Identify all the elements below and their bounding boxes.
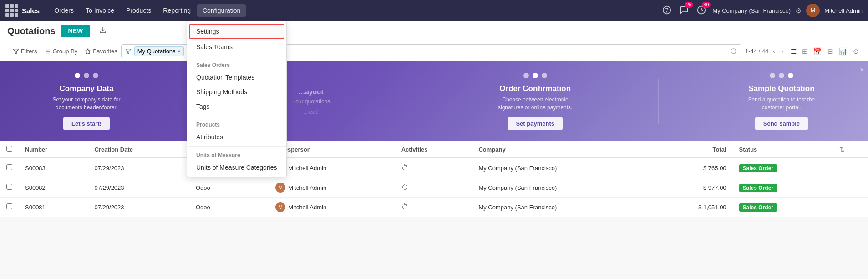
clock-icon[interactable]: 40	[695, 4, 708, 18]
dot-2b	[533, 73, 538, 78]
row-total-2: $ 1,051.00	[652, 198, 733, 217]
col-activities[interactable]: Activities	[395, 141, 472, 158]
pagination: 1-44 / 44 ‹ ›	[745, 47, 785, 56]
select-all-checkbox[interactable]	[6, 146, 12, 152]
activity-clock-icon-1[interactable]: ⏱	[401, 183, 409, 191]
subheader: Quotations NEW	[0, 21, 868, 41]
nav-orders[interactable]: Orders	[49, 4, 79, 17]
select-all-col	[0, 141, 19, 158]
list-view-button[interactable]: ☰	[789, 46, 798, 56]
dropdown-tags[interactable]: Tags	[187, 99, 286, 114]
view-icons: ☰ ⊞ 📅 ⊟ 📊 ⊙	[789, 46, 861, 56]
dropdown-quotation-templates[interactable]: Quotation Templates	[187, 70, 286, 85]
configuration-dropdown: Settings Sales Teams Sales Orders Quotat…	[187, 21, 287, 177]
grid-view-button[interactable]: ⊟	[826, 46, 835, 56]
page-title: Quotations	[7, 26, 56, 36]
row-checkbox-0[interactable]	[6, 164, 12, 170]
nav-configuration[interactable]: Configuration	[197, 4, 246, 17]
search-icon[interactable]	[730, 48, 737, 55]
hero-step-1-title: Company Data	[44, 84, 129, 93]
hero-step-3-button[interactable]: Send sample	[755, 117, 808, 130]
nav-products[interactable]: Products	[121, 4, 157, 17]
column-adjust-icon[interactable]: ⇅	[839, 146, 844, 153]
row-checkbox-cell	[0, 158, 19, 178]
hero-step-2-button[interactable]: Set payments	[508, 117, 563, 130]
row-status-2: Sales Order	[733, 198, 833, 217]
hero-step-3: Sample Quotation Send a quotation to tes…	[731, 72, 832, 130]
row-total-0: $ 765.00	[652, 158, 733, 178]
hero-step-layout: …ayout …our quotations. …eat!	[283, 88, 339, 115]
col-company[interactable]: Company	[472, 141, 652, 158]
calendar-view-button[interactable]: 📅	[812, 46, 824, 56]
divider-3	[187, 146, 286, 147]
row-date-2: 07/29/2023	[88, 198, 189, 217]
row-number-1: S00082	[19, 178, 88, 198]
apps-icon[interactable]	[5, 4, 18, 17]
download-button[interactable]	[96, 25, 110, 37]
col-salesperson[interactable]: Salesperson	[269, 141, 395, 158]
hero-divider-2	[412, 79, 412, 124]
hero-step-3-title: Sample Quotation	[739, 84, 824, 93]
row-checkbox-2[interactable]	[6, 203, 12, 209]
dot-2	[84, 73, 89, 78]
support-icon[interactable]	[660, 4, 673, 18]
hero-step-1: Company Data Set your company's data for…	[36, 72, 137, 130]
row-date-1: 07/29/2023	[88, 178, 189, 198]
col-total[interactable]: Total	[652, 141, 733, 158]
nav-toinvoice[interactable]: To Invoice	[80, 4, 120, 17]
row-company-0: My Company (San Francisco)	[472, 158, 652, 178]
hero-divider-3	[658, 79, 659, 124]
hero-step-1-button[interactable]: Let's start!	[63, 117, 110, 130]
row-activities-1: ⏱	[395, 178, 472, 198]
section-sales-orders: Sales Orders	[187, 58, 286, 70]
settings-icon[interactable]: ⚙	[795, 6, 802, 15]
col-number[interactable]: Number	[19, 141, 88, 158]
filters-button[interactable]: Filters	[13, 48, 37, 55]
user-name: Mitchell Admin	[824, 7, 863, 14]
table-row[interactable]: S00083 07/29/2023 Odoo M Mitchell Admin …	[0, 158, 868, 178]
hero-step-2-desc: Choose between electronic signatures or …	[492, 96, 578, 112]
data-table: Number Creation Date Customer Salesperso…	[0, 141, 868, 217]
activity-clock-icon-0[interactable]: ⏱	[401, 164, 409, 172]
row-salesperson-0: M Mitchell Admin	[269, 158, 395, 178]
remove-filter-tag[interactable]: ×	[178, 48, 181, 55]
chart-view-button[interactable]: 📊	[837, 46, 849, 56]
dropdown-sales-teams[interactable]: Sales Teams	[187, 40, 286, 54]
brand-label[interactable]: Sales	[22, 7, 40, 15]
filter-actions: Filters Group By Favorites	[13, 48, 117, 55]
avatar[interactable]: M	[806, 4, 820, 17]
kanban-view-button[interactable]: ⊞	[800, 46, 810, 56]
hero-step-2: Order Confirmation Choose between electr…	[485, 72, 585, 130]
section-uom: Units of Measure	[187, 148, 286, 160]
favorites-button[interactable]: Favorites	[85, 48, 117, 55]
col-creation-date[interactable]: Creation Date	[88, 141, 189, 158]
next-page-button[interactable]: ›	[780, 47, 785, 56]
new-button[interactable]: NEW	[61, 25, 91, 37]
prev-page-button[interactable]: ‹	[771, 47, 777, 56]
table-row[interactable]: S00082 07/29/2023 Odoo M Mitchell Admin …	[0, 178, 868, 198]
dropdown-settings[interactable]: Settings	[189, 24, 284, 39]
col-status[interactable]: Status	[733, 141, 833, 158]
dropdown-attributes[interactable]: Attributes	[187, 130, 286, 144]
row-checkbox-1[interactable]	[6, 184, 12, 190]
salesperson-name-1: Mitchell Admin	[288, 184, 326, 191]
row-company-2: My Company (San Francisco)	[472, 198, 652, 217]
hero-step-2-title: Order Confirmation	[492, 84, 578, 93]
svg-marker-12	[126, 49, 131, 54]
dropdown-shipping-methods[interactable]: Shipping Methods	[187, 85, 286, 99]
messages-icon[interactable]: 25	[678, 4, 690, 18]
dropdown-uom-categories[interactable]: Units of Measure Categories	[187, 160, 286, 175]
row-customer-1: Odoo	[189, 178, 269, 198]
nav-reporting[interactable]: Reporting	[157, 4, 196, 17]
salesperson-name-2: Mitchell Admin	[288, 204, 326, 211]
status-badge-2: Sales Order	[739, 203, 777, 212]
row-extra-1	[833, 178, 868, 198]
hero-close-button[interactable]: ×	[859, 65, 864, 75]
row-date-0: 07/29/2023	[88, 158, 189, 178]
settings-view-button[interactable]: ⊙	[851, 46, 861, 56]
salesperson-avatar-1: M	[275, 183, 285, 193]
groupby-button[interactable]: Group By	[44, 48, 77, 55]
activity-clock-icon-2[interactable]: ⏱	[401, 203, 409, 211]
row-number-0: S00083	[19, 158, 88, 178]
table-row[interactable]: S00081 07/29/2023 Odoo M Mitchell Admin …	[0, 198, 868, 217]
